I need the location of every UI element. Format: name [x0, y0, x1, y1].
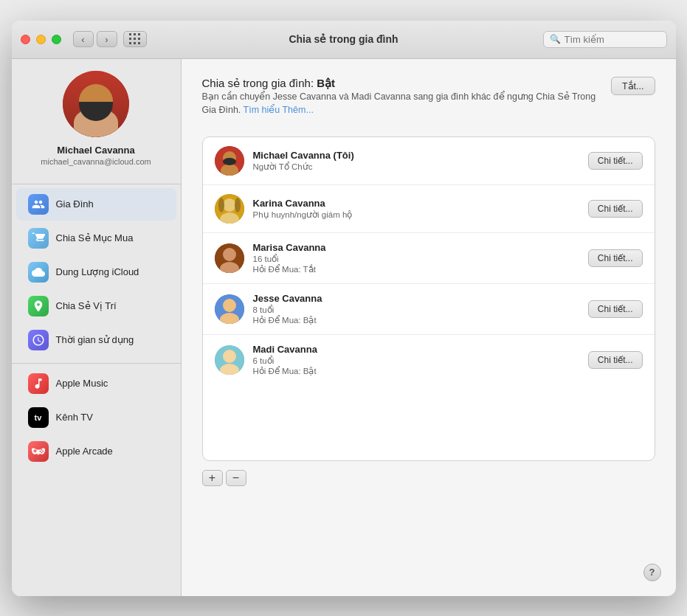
maximize-button[interactable] [52, 35, 61, 44]
grid-icon [129, 33, 141, 45]
icloud-icon [28, 262, 49, 283]
member-row-michael: Michael Cavanna (Tôi) Người Tổ Chức Chi … [203, 137, 655, 185]
sidebar-item-arcade[interactable]: Apple Arcade [16, 435, 176, 468]
member-info-marisa: Marisa Cavanna 16 tuổi Hỏi Để Mua: Tắt [253, 242, 579, 274]
sidebar: Michael Cavanna michael_cavanna@icloud.c… [12, 59, 182, 596]
avatar-madi [215, 345, 244, 375]
sidebar-label-location: Chia Sẻ Vị Trí [56, 300, 117, 311]
avatar-karina [215, 194, 244, 224]
sidebar-label-icloud: Dung Lượng iCloud [56, 266, 139, 277]
member-name-madi: Madi Cavanna [253, 344, 579, 355]
turn-off-button[interactable]: Tắt... [611, 77, 655, 95]
help-button[interactable]: ? [643, 564, 661, 581]
close-button[interactable] [21, 35, 30, 44]
member-row-madi: Madi Cavanna 6 tuổi Hỏi Để Mua: Bật Chi … [203, 335, 655, 385]
nav-buttons: ‹ › [73, 31, 147, 47]
avatar-michael [215, 146, 244, 176]
member-name-karina: Karina Cavanna [253, 198, 579, 209]
minimize-button[interactable] [36, 35, 46, 44]
member-role-michael: Người Tổ Chức [253, 162, 579, 172]
panel-title-area: Chia sẻ trong gia đình: Bật Bạn cần chuy… [202, 77, 611, 130]
titlebar: ‹ › Chia sẻ trong gia đình 🔍 [12, 21, 676, 59]
back-button[interactable]: ‹ [73, 31, 94, 47]
member-role-jesse: 8 tuổi Hỏi Để Mua: Bật [253, 305, 579, 325]
profile-name: Michael Cavanna [57, 145, 135, 156]
member-row-marisa: Marisa Cavanna 16 tuổi Hỏi Để Mua: Tắt C… [203, 233, 655, 284]
svg-point-16 [223, 350, 236, 363]
sidebar-item-family[interactable]: Gia Đình [16, 188, 176, 221]
traffic-lights [21, 35, 61, 44]
sharing-status: Bật [317, 77, 335, 89]
svg-point-10 [223, 248, 236, 261]
member-row-jesse: Jesse Cavanna 8 tuổi Hỏi Để Mua: Bật Chi… [203, 284, 655, 335]
tv-icon: tv [28, 407, 49, 428]
remove-member-button[interactable]: − [226, 470, 246, 486]
avatar-jesse [215, 294, 244, 324]
member-role-madi: 6 tuổi Hỏi Để Mua: Bật [253, 356, 579, 376]
member-name-michael: Michael Cavanna (Tôi) [253, 150, 579, 161]
grid-button[interactable] [123, 31, 147, 47]
search-input[interactable] [565, 34, 660, 45]
sidebar-item-apple-music[interactable]: Apple Music [16, 367, 176, 400]
sidebar-item-screentime[interactable]: Thời gian sử dụng [16, 324, 176, 356]
detail-btn-madi[interactable]: Chi tiết... [588, 351, 643, 369]
avatar-marisa [215, 243, 244, 273]
profile-email: michael_cavanna@icloud.com [41, 157, 151, 166]
location-icon [28, 296, 49, 316]
profile-section: Michael Cavanna michael_cavanna@icloud.c… [12, 71, 181, 181]
member-row-karina: Karina Cavanna Phụ huynh/người giám hộ C… [203, 185, 655, 233]
screentime-icon [28, 330, 49, 350]
avatar-face [63, 71, 129, 137]
member-role-karina: Phụ huynh/người giám hộ [253, 210, 579, 220]
member-info-madi: Madi Cavanna 6 tuổi Hỏi Để Mua: Bật [253, 344, 579, 376]
member-info-jesse: Jesse Cavanna 8 tuổi Hỏi Để Mua: Bật [253, 293, 579, 325]
svg-point-13 [223, 299, 236, 312]
sidebar-label-family: Gia Đình [56, 198, 94, 210]
sidebar-label-purchase: Chia Sẻ Mục Mua [56, 232, 134, 243]
member-name-marisa: Marisa Cavanna [253, 242, 579, 253]
arcade-icon [28, 441, 49, 462]
add-member-button[interactable]: + [202, 470, 223, 486]
panel-title: Chia sẻ trong gia đình: Bật [202, 77, 611, 90]
sidebar-item-purchase[interactable]: Chia Sẻ Mục Mua [16, 222, 176, 255]
member-role-marisa: 16 tuổi Hỏi Để Mua: Tắt [253, 254, 579, 274]
main-window: ‹ › Chia sẻ trong gia đình 🔍 [12, 21, 676, 596]
detail-btn-karina[interactable]: Chi tiết... [588, 200, 643, 218]
member-info-michael: Michael Cavanna (Tôi) Người Tổ Chức [253, 150, 579, 172]
sidebar-label-tv: Kênh TV [56, 412, 93, 423]
family-icon [28, 194, 49, 215]
sidebar-item-tv[interactable]: tv Kênh TV [16, 401, 176, 434]
svg-point-3 [223, 158, 236, 165]
search-icon: 🔍 [550, 34, 561, 44]
members-list: Michael Cavanna (Tôi) Người Tổ Chức Chi … [202, 136, 655, 461]
avatar [63, 71, 129, 137]
member-name-jesse: Jesse Cavanna [253, 293, 579, 304]
sidebar-divider-2 [12, 363, 181, 364]
sidebar-divider-1 [12, 184, 181, 184]
music-icon [28, 373, 49, 394]
svg-point-7 [218, 198, 224, 212]
detail-btn-jesse[interactable]: Chi tiết... [588, 300, 643, 318]
svg-point-8 [235, 198, 241, 212]
purchase-icon [28, 228, 49, 249]
bottom-buttons: + − [202, 470, 655, 486]
sidebar-label-screentime: Thời gian sử dụng [56, 334, 134, 345]
detail-btn-michael[interactable]: Chi tiết... [588, 152, 643, 170]
sidebar-item-icloud[interactable]: Dung Lượng iCloud [16, 256, 176, 288]
search-bar[interactable]: 🔍 [543, 31, 667, 48]
sidebar-item-location[interactable]: Chia Sẻ Vị Trí [16, 290, 176, 322]
sharing-label: Chia sẻ trong gia đình: [202, 77, 314, 89]
sidebar-label-arcade: Apple Arcade [56, 446, 113, 457]
learn-more-link[interactable]: Tìm hiểu Thêm... [244, 105, 314, 115]
member-info-karina: Karina Cavanna Phụ huynh/người giám hộ [253, 198, 579, 220]
panel-header: Chia sẻ trong gia đình: Bật Bạn cần chuy… [202, 77, 655, 130]
avatar-beard [79, 102, 113, 121]
main-panel: Chia sẻ trong gia đình: Bật Bạn cần chuy… [182, 59, 676, 596]
sidebar-label-music: Apple Music [56, 378, 108, 389]
forward-button[interactable]: › [97, 31, 117, 47]
window-title: Chia sẻ trong gia đình [289, 33, 398, 45]
panel-desc: Bạn cần chuyển Jesse Cavanna và Madi Cav… [202, 90, 611, 118]
svg-point-5 [223, 198, 236, 212]
detail-btn-marisa[interactable]: Chi tiết... [588, 249, 643, 267]
content-area: Michael Cavanna michael_cavanna@icloud.c… [12, 59, 676, 596]
